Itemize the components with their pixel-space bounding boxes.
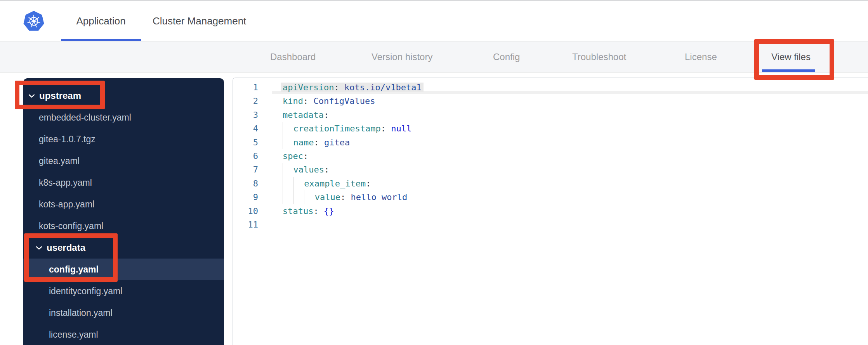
tree-item-userdata[interactable]: userdata: [23, 237, 224, 259]
file-label: config.yaml: [49, 264, 99, 275]
indent-guide: [304, 190, 315, 204]
token-key: example_item: [304, 179, 366, 188]
token-key: values: [293, 165, 324, 174]
line-number: 1: [233, 81, 258, 94]
folder-label: userdata: [47, 242, 85, 253]
indent-guide: [293, 190, 304, 204]
token-kw: null: [391, 124, 411, 133]
indent-guide: [293, 177, 304, 190]
nav-tab-view-files[interactable]: View files: [771, 42, 811, 72]
code-text: spec:: [258, 149, 308, 163]
tree-item-identityconfig-yaml[interactable]: identityconfig.yaml: [23, 280, 224, 302]
token-key: creationTimestamp: [293, 124, 381, 133]
tree-item-k8s-app-yaml[interactable]: k8s-app.yaml: [23, 172, 224, 193]
tab-application[interactable]: Application: [61, 1, 141, 41]
nav-tab-label: Version history: [372, 52, 432, 62]
code-line: 4creationTimestamp: null: [233, 122, 868, 135]
code-text: [258, 218, 283, 231]
line-number: 9: [233, 190, 258, 204]
token-punc: :: [340, 192, 351, 202]
secondary-nav: DashboardVersion historyConfigTroublesho…: [0, 42, 868, 72]
nav-tab-license[interactable]: License: [685, 42, 717, 72]
line-number: 6: [233, 149, 258, 163]
tab-cluster-management-label: Cluster Management: [153, 15, 246, 27]
code-line: 7values:: [233, 163, 868, 176]
kots-admin-console: Application Cluster Management Dashboard…: [0, 0, 868, 345]
token-punc: :: [324, 165, 329, 174]
code-line: 11: [233, 218, 868, 231]
tree-item-config-yaml[interactable]: config.yaml: [23, 259, 224, 280]
code-editor[interactable]: 1apiVersion: kots.io/v1beta12kind: Confi…: [233, 78, 868, 345]
line-number: 2: [233, 94, 258, 108]
tree-item-gitea-yaml[interactable]: gitea.yaml: [23, 150, 224, 172]
file-label: license.yaml: [49, 329, 98, 340]
tree-item-kots-config-yaml[interactable]: kots-config.yaml: [23, 215, 224, 237]
line-number: 10: [233, 204, 258, 218]
tree-item-upstream[interactable]: upstream: [23, 85, 224, 107]
code-text: creationTimestamp: null: [258, 122, 411, 135]
token-key: name: [293, 138, 314, 147]
code-line: 8example_item:: [233, 177, 868, 190]
token-punc: :: [303, 151, 308, 161]
indent-guide: [283, 122, 293, 135]
tree-item-gitea-1-0-7-tgz[interactable]: gitea-1.0.7.tgz: [23, 128, 224, 150]
top-header: Application Cluster Management: [0, 1, 868, 41]
line-number: 5: [233, 136, 258, 149]
nav-tab-config[interactable]: Config: [493, 42, 520, 72]
kubernetes-logo-icon: [23, 10, 44, 33]
indent-guide: [283, 163, 293, 176]
tab-application-label: Application: [76, 15, 125, 27]
token-punc: :: [381, 124, 391, 133]
token-punc: :: [313, 206, 324, 216]
nav-tab-label: Dashboard: [270, 52, 316, 62]
token-key: kind: [283, 96, 303, 106]
token-punc: :: [324, 110, 329, 120]
code-text: value: hello world: [258, 190, 407, 204]
line-number: 3: [233, 108, 258, 122]
token-kw: {}: [324, 206, 334, 216]
token-punc: :: [334, 83, 344, 92]
file-label: kots-app.yaml: [39, 199, 94, 210]
nav-tab-troubleshoot[interactable]: Troubleshoot: [572, 42, 626, 72]
indent-guide: [283, 136, 293, 149]
code-line: 5name: gitea: [233, 136, 868, 149]
code-text: kind: ConfigValues: [258, 94, 375, 108]
token-key: metadata: [283, 110, 324, 120]
code-text: values:: [258, 163, 329, 176]
code-text: example_item:: [258, 177, 371, 190]
line-number: 7: [233, 163, 258, 176]
line-number: 4: [233, 122, 258, 135]
nav-tab-label: License: [685, 52, 717, 62]
indent-guide: [283, 177, 293, 190]
nav-tab-dashboard[interactable]: Dashboard: [270, 42, 316, 72]
token-str: hello world: [351, 192, 408, 202]
token-key: apiVersion: [283, 83, 334, 92]
code-line: 10status: {}: [233, 204, 868, 218]
line-number: 8: [233, 177, 258, 190]
token-str: gitea: [324, 138, 350, 147]
tree-item-license-yaml[interactable]: license.yaml: [23, 324, 224, 345]
code-text: status: {}: [258, 204, 334, 218]
code-line: 6spec:: [233, 149, 868, 163]
file-label: installation.yaml: [49, 308, 113, 318]
file-label: kots-config.yaml: [39, 221, 103, 231]
file-label: k8s-app.yaml: [39, 178, 92, 188]
token-str: ConfigValues: [313, 96, 375, 106]
token-key: value: [315, 192, 340, 202]
code-line: 1apiVersion: kots.io/v1beta1: [233, 81, 868, 94]
code-line: 9value: hello world: [233, 190, 868, 204]
nav-tab-version-history[interactable]: Version history: [372, 42, 432, 72]
code-text: metadata:: [258, 108, 329, 122]
file-label: embedded-cluster.yaml: [39, 112, 131, 123]
folder-label: upstream: [39, 90, 81, 101]
selection-highlight: apiVersion: kots.io/v1beta1: [281, 83, 424, 92]
tree-item-kots-app-yaml[interactable]: kots-app.yaml: [23, 193, 224, 215]
code-text: apiVersion: kots.io/v1beta1: [258, 81, 424, 94]
code-line: 2kind: ConfigValues: [233, 94, 868, 108]
code-text: name: gitea: [258, 136, 350, 149]
chevron-down-icon: [36, 246, 42, 250]
tree-item-embedded-cluster-yaml[interactable]: embedded-cluster.yaml: [23, 107, 224, 128]
code-line: 3metadata:: [233, 108, 868, 122]
tree-item-installation-yaml[interactable]: installation.yaml: [23, 302, 224, 324]
tab-cluster-management[interactable]: Cluster Management: [153, 1, 246, 41]
